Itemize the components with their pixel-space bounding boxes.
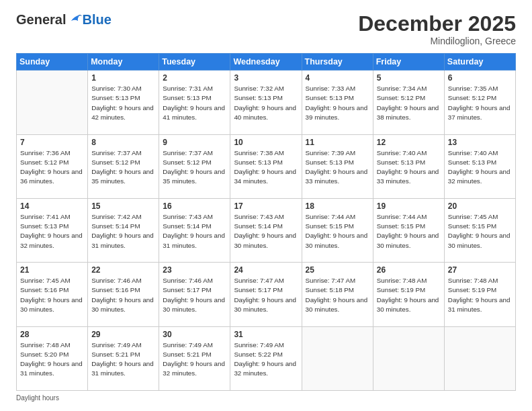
calendar-header-row: Sunday Monday Tuesday Wednesday Thursday… xyxy=(17,54,516,71)
day-info: Sunrise: 7:49 AMSunset: 5:21 PMDaylight:… xyxy=(163,340,226,379)
calendar-table: Sunday Monday Tuesday Wednesday Thursday… xyxy=(16,53,516,391)
calendar-week-row: 21Sunrise: 7:45 AMSunset: 5:16 PMDayligh… xyxy=(17,263,516,326)
day-number: 11 xyxy=(306,138,369,147)
day-number: 16 xyxy=(163,201,226,211)
table-row: 22Sunrise: 7:46 AMSunset: 5:16 PMDayligh… xyxy=(88,263,159,326)
day-info: Sunrise: 7:36 AMSunset: 5:12 PMDaylight:… xyxy=(20,148,84,187)
calendar-week-row: 28Sunrise: 7:48 AMSunset: 5:20 PMDayligh… xyxy=(17,326,516,390)
day-number: 2 xyxy=(163,73,226,83)
header: General Blue December 2025 Mindiloglion,… xyxy=(16,12,516,46)
day-number: 22 xyxy=(91,265,155,275)
day-number: 31 xyxy=(234,330,298,339)
table-row: 7Sunrise: 7:36 AMSunset: 5:12 PMDaylight… xyxy=(17,134,88,198)
day-info: Sunrise: 7:33 AMSunset: 5:13 PMDaylight:… xyxy=(306,84,369,122)
day-info: Sunrise: 7:41 AMSunset: 5:13 PMDaylight:… xyxy=(20,212,84,250)
day-info: Sunrise: 7:47 AMSunset: 5:17 PMDaylight:… xyxy=(234,276,298,314)
table-row: 30Sunrise: 7:49 AMSunset: 5:21 PMDayligh… xyxy=(159,326,230,390)
month-title: December 2025 xyxy=(358,12,516,36)
table-row: 27Sunrise: 7:48 AMSunset: 5:19 PMDayligh… xyxy=(444,263,515,326)
table-row: 8Sunrise: 7:37 AMSunset: 5:12 PMDaylight… xyxy=(88,134,159,198)
table-row: 19Sunrise: 7:44 AMSunset: 5:15 PMDayligh… xyxy=(373,198,444,262)
col-saturday: Saturday xyxy=(444,54,515,71)
day-info: Sunrise: 7:37 AMSunset: 5:12 PMDaylight:… xyxy=(91,148,155,187)
day-info: Sunrise: 7:39 AMSunset: 5:13 PMDaylight:… xyxy=(306,148,369,187)
day-number: 20 xyxy=(448,201,512,211)
table-row: 28Sunrise: 7:48 AMSunset: 5:20 PMDayligh… xyxy=(17,326,88,390)
day-info: Sunrise: 7:46 AMSunset: 5:16 PMDaylight:… xyxy=(91,276,155,314)
day-info: Sunrise: 7:44 AMSunset: 5:15 PMDaylight:… xyxy=(377,212,441,250)
table-row: 29Sunrise: 7:49 AMSunset: 5:21 PMDayligh… xyxy=(88,326,159,390)
table-row: 24Sunrise: 7:47 AMSunset: 5:17 PMDayligh… xyxy=(230,263,302,326)
table-row xyxy=(444,326,515,390)
day-number: 26 xyxy=(377,265,441,275)
day-number: 23 xyxy=(163,265,226,275)
day-number: 19 xyxy=(377,201,441,211)
location-title: Mindiloglion, Greece xyxy=(358,36,516,46)
day-info: Sunrise: 7:35 AMSunset: 5:12 PMDaylight:… xyxy=(448,84,512,122)
day-number: 29 xyxy=(91,330,155,339)
table-row: 11Sunrise: 7:39 AMSunset: 5:13 PMDayligh… xyxy=(302,134,373,198)
day-info: Sunrise: 7:32 AMSunset: 5:13 PMDaylight:… xyxy=(234,84,298,122)
day-number: 27 xyxy=(448,265,512,275)
logo-general-text: General xyxy=(16,13,66,26)
table-row: 2Sunrise: 7:31 AMSunset: 5:13 PMDaylight… xyxy=(159,71,230,134)
table-row: 13Sunrise: 7:40 AMSunset: 5:13 PMDayligh… xyxy=(444,134,515,198)
day-info: Sunrise: 7:40 AMSunset: 5:13 PMDaylight:… xyxy=(448,148,512,187)
day-number: 9 xyxy=(163,138,226,147)
table-row: 25Sunrise: 7:47 AMSunset: 5:18 PMDayligh… xyxy=(302,263,373,326)
day-number: 18 xyxy=(306,201,369,211)
table-row: 3Sunrise: 7:32 AMSunset: 5:13 PMDaylight… xyxy=(230,71,302,134)
col-friday: Friday xyxy=(373,54,444,71)
table-row: 31Sunrise: 7:49 AMSunset: 5:22 PMDayligh… xyxy=(230,326,302,390)
day-number: 5 xyxy=(377,73,441,83)
day-info: Sunrise: 7:37 AMSunset: 5:12 PMDaylight:… xyxy=(163,148,226,187)
day-number: 6 xyxy=(448,73,512,83)
day-number: 25 xyxy=(306,265,369,275)
day-number: 4 xyxy=(306,73,369,83)
day-info: Sunrise: 7:43 AMSunset: 5:14 PMDaylight:… xyxy=(234,212,298,250)
calendar-week-row: 14Sunrise: 7:41 AMSunset: 5:13 PMDayligh… xyxy=(17,198,516,262)
col-monday: Monday xyxy=(88,54,159,71)
table-row: 9Sunrise: 7:37 AMSunset: 5:12 PMDaylight… xyxy=(159,134,230,198)
day-info: Sunrise: 7:46 AMSunset: 5:17 PMDaylight:… xyxy=(163,276,226,314)
day-info: Sunrise: 7:49 AMSunset: 5:22 PMDaylight:… xyxy=(234,340,298,379)
day-number: 15 xyxy=(91,201,155,211)
table-row: 18Sunrise: 7:44 AMSunset: 5:15 PMDayligh… xyxy=(302,198,373,262)
table-row: 16Sunrise: 7:43 AMSunset: 5:14 PMDayligh… xyxy=(159,198,230,262)
footer-note: Daylight hours xyxy=(16,394,516,402)
day-number: 13 xyxy=(448,138,512,147)
day-number: 7 xyxy=(20,138,84,147)
table-row xyxy=(373,326,444,390)
day-number: 30 xyxy=(163,330,226,339)
col-wednesday: Wednesday xyxy=(230,54,302,71)
day-number: 12 xyxy=(377,138,441,147)
day-info: Sunrise: 7:44 AMSunset: 5:15 PMDaylight:… xyxy=(306,212,369,250)
table-row: 17Sunrise: 7:43 AMSunset: 5:14 PMDayligh… xyxy=(230,198,302,262)
day-number: 24 xyxy=(234,265,298,275)
table-row: 21Sunrise: 7:45 AMSunset: 5:16 PMDayligh… xyxy=(17,263,88,326)
day-number: 10 xyxy=(234,138,298,147)
title-block: December 2025 Mindiloglion, Greece xyxy=(358,12,516,46)
day-info: Sunrise: 7:45 AMSunset: 5:15 PMDaylight:… xyxy=(448,212,512,250)
day-number: 17 xyxy=(234,201,298,211)
logo-bird-icon xyxy=(67,12,82,27)
day-info: Sunrise: 7:34 AMSunset: 5:12 PMDaylight:… xyxy=(377,84,441,122)
day-info: Sunrise: 7:48 AMSunset: 5:19 PMDaylight:… xyxy=(377,276,441,314)
day-number: 8 xyxy=(91,138,155,147)
table-row: 15Sunrise: 7:42 AMSunset: 5:14 PMDayligh… xyxy=(88,198,159,262)
day-info: Sunrise: 7:42 AMSunset: 5:14 PMDaylight:… xyxy=(91,212,155,250)
table-row xyxy=(302,326,373,390)
table-row: 14Sunrise: 7:41 AMSunset: 5:13 PMDayligh… xyxy=(17,198,88,262)
day-info: Sunrise: 7:48 AMSunset: 5:20 PMDaylight:… xyxy=(20,340,84,379)
day-info: Sunrise: 7:31 AMSunset: 5:13 PMDaylight:… xyxy=(163,84,226,122)
table-row: 12Sunrise: 7:40 AMSunset: 5:13 PMDayligh… xyxy=(373,134,444,198)
table-row: 20Sunrise: 7:45 AMSunset: 5:15 PMDayligh… xyxy=(444,198,515,262)
table-row xyxy=(17,71,88,134)
calendar-week-row: 1Sunrise: 7:30 AMSunset: 5:13 PMDaylight… xyxy=(17,71,516,134)
table-row: 6Sunrise: 7:35 AMSunset: 5:12 PMDaylight… xyxy=(444,71,515,134)
page: General Blue December 2025 Mindiloglion,… xyxy=(0,0,532,411)
logo: General Blue xyxy=(16,12,112,27)
day-info: Sunrise: 7:38 AMSunset: 5:13 PMDaylight:… xyxy=(234,148,298,187)
day-info: Sunrise: 7:49 AMSunset: 5:21 PMDaylight:… xyxy=(91,340,155,379)
day-info: Sunrise: 7:47 AMSunset: 5:18 PMDaylight:… xyxy=(306,276,369,314)
